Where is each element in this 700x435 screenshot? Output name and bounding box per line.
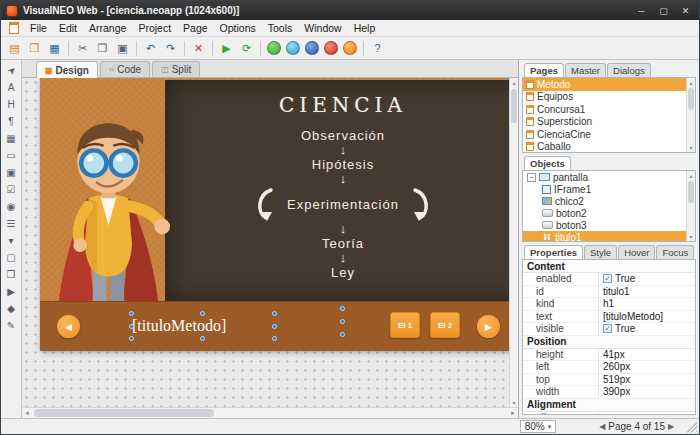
iframe-tool[interactable]: ❒ (3, 266, 20, 282)
scroll-up-icon[interactable]: ▴ (687, 78, 695, 87)
undo-button[interactable]: ↶ (141, 39, 160, 58)
tab-pages[interactable]: Pages (524, 63, 564, 77)
tab-design[interactable]: ▦ Design (36, 61, 98, 78)
media-tool[interactable]: ▶ (3, 283, 20, 299)
menu-item-help[interactable]: Help (348, 21, 382, 35)
page-design[interactable]: CIENCIA Observación ↓ Hipótesis ↓ Experi… (40, 78, 518, 351)
selection-handle[interactable] (272, 324, 277, 329)
vertical-scroll-thumb[interactable] (688, 181, 694, 203)
property-value[interactable]: [tituloMetodo] (599, 311, 695, 323)
tab-focus[interactable]: Focus (656, 245, 694, 259)
paste-button[interactable]: ▣ (113, 39, 132, 58)
menu-item-file[interactable]: File (24, 21, 53, 35)
page-list-item[interactable]: Concursa1 (523, 103, 686, 116)
section-position[interactable]: Position (523, 336, 695, 349)
scroll-right-icon[interactable]: ▸ (508, 408, 518, 418)
nav-prev-button[interactable]: ◀ (57, 315, 80, 338)
shape-tool[interactable]: ◆ (3, 300, 20, 316)
tab-style[interactable]: Style (584, 245, 617, 259)
page-list-item[interactable]: Caballo (523, 141, 686, 154)
help-button[interactable]: ? (368, 39, 387, 58)
scroll-up-icon[interactable]: ▴ (510, 78, 518, 87)
minimize-button[interactable]: ─ (633, 4, 650, 18)
new-page-button[interactable]: ▤ (5, 39, 24, 58)
page-bottom-bar[interactable]: ◀ [tituloMetodo] (40, 301, 518, 351)
checkbox-tool[interactable]: ☑ (3, 181, 20, 197)
design-canvas-viewport[interactable]: CIENCIA Observación ↓ Hipótesis ↓ Experi… (22, 78, 518, 407)
page-list-item[interactable]: CienciaCine (523, 128, 686, 141)
tab-master[interactable]: Master (565, 63, 606, 77)
open-project-button[interactable]: ❒ (25, 39, 44, 58)
page-list-item[interactable]: Supersticion (523, 116, 686, 129)
tree-item-iframe1[interactable]: IFrame1 (523, 183, 686, 195)
property-value[interactable] (599, 412, 695, 416)
tree-item-boton3[interactable]: boton3 (523, 219, 686, 231)
tree-item-chico2[interactable]: chico2 (523, 195, 686, 207)
prev-page-button[interactable]: ◀ (596, 422, 608, 431)
text-tool[interactable]: A (3, 79, 20, 95)
titulo-heading-element[interactable]: [tituloMetodo] (132, 314, 274, 338)
section-content[interactable]: Content (523, 260, 695, 273)
browser-preview-3-icon[interactable] (305, 41, 319, 55)
tab-code[interactable]: ‹› Code (100, 61, 150, 77)
menu-item-options[interactable]: Options (214, 21, 262, 35)
chalkboard-iframe[interactable]: CIENCIA Observación ↓ Hipótesis ↓ Experi… (165, 80, 518, 301)
next-page-button[interactable]: ▶ (665, 422, 677, 431)
menu-item-window[interactable]: Window (298, 21, 347, 35)
cut-button[interactable]: ✂ (73, 39, 92, 58)
boton3-element[interactable]: El 2 (430, 312, 460, 338)
checkbox-checked-icon[interactable]: ✓ (603, 274, 612, 283)
tab-split[interactable]: ◫ Split (152, 61, 200, 77)
tab-properties[interactable]: Properties (524, 245, 583, 259)
selection-handle[interactable] (129, 336, 134, 341)
boton2-element[interactable]: El 1 (390, 312, 420, 338)
scroll-left-icon[interactable]: ◂ (22, 408, 32, 418)
selection-handle[interactable] (200, 311, 205, 316)
close-button[interactable]: ✕ (677, 4, 694, 18)
tree-item-boton2[interactable]: boton2 (523, 207, 686, 219)
save-button[interactable]: ▦ (45, 39, 64, 58)
tree-expander-icon[interactable]: - (527, 173, 536, 182)
property-value[interactable]: ✓ True (599, 323, 695, 335)
button-tool[interactable]: ▭ (3, 147, 20, 163)
listbox-tool[interactable]: ☰ (3, 215, 20, 231)
scroll-down-icon[interactable]: ▾ (687, 232, 695, 241)
property-value[interactable]: 260px (599, 361, 695, 373)
paragraph-tool[interactable]: ¶ (3, 113, 20, 129)
page-list-item[interactable]: Metodo (523, 78, 686, 91)
copy-button[interactable]: ❐ (93, 39, 112, 58)
pages-scrollbar[interactable]: ▴ ▾ (686, 78, 695, 152)
selection-handle[interactable] (129, 311, 134, 316)
property-value[interactable]: ✓ True (599, 273, 695, 285)
tab-hover[interactable]: Hover (618, 245, 655, 259)
maximize-button[interactable]: ▢ (655, 4, 672, 18)
zoom-select[interactable]: 80% ▾ (520, 420, 557, 433)
selection-handle[interactable] (200, 336, 205, 341)
property-value[interactable]: 390px (599, 386, 695, 398)
tab-objects[interactable]: Objects (524, 156, 571, 170)
tree-item-titulo1[interactable]: H titulo1 (523, 231, 686, 242)
image-tool[interactable]: ▦ (3, 130, 20, 146)
tab-dialogs[interactable]: Dialogs (607, 63, 651, 77)
property-value[interactable]: 41px (599, 349, 695, 361)
browser-preview-4-icon[interactable] (324, 41, 338, 55)
canvas-vertical-scrollbar[interactable]: ▴ ▾ (509, 78, 518, 407)
container-tool[interactable]: ▢ (3, 249, 20, 265)
horizontal-scroll-thumb[interactable] (34, 409, 214, 417)
resize-grip[interactable] (685, 421, 697, 433)
input-tool[interactable]: ▣ (3, 164, 20, 180)
scroll-down-icon[interactable]: ▾ (510, 398, 518, 407)
radio-tool[interactable]: ◉ (3, 198, 20, 214)
vertical-scroll-thumb[interactable] (688, 88, 694, 110)
edit-tool[interactable]: ✎ (3, 317, 20, 333)
run-preview-button[interactable]: ▶ (217, 39, 236, 58)
browser-preview-2-icon[interactable] (286, 41, 300, 55)
checkbox-checked-icon[interactable]: ✓ (603, 324, 612, 333)
scroll-up-icon[interactable]: ▴ (687, 171, 695, 180)
selection-handle[interactable] (272, 336, 277, 341)
menu-item-project[interactable]: Project (132, 21, 177, 35)
page-list-item[interactable]: Equipos (523, 91, 686, 104)
heading-tool[interactable]: H (3, 96, 20, 112)
redo-button[interactable]: ↷ (161, 39, 180, 58)
objects-scrollbar[interactable]: ▴ ▾ (686, 171, 695, 241)
